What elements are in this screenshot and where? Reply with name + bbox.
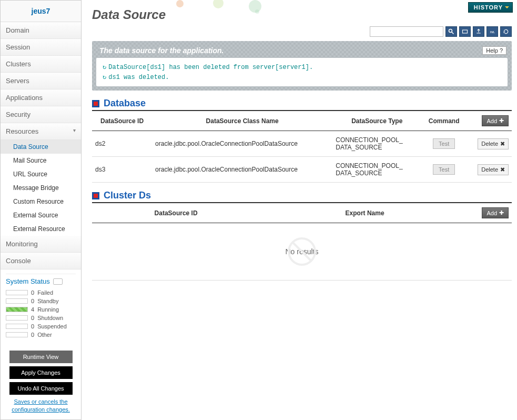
status-label: Failed — [37, 289, 53, 296]
cell-class: oracle.jdbc.pool.OracleConnectionPoolDat… — [152, 157, 332, 183]
delete-button[interactable]: Delete ✖ — [478, 164, 509, 175]
nav-monitoring[interactable]: Monitoring — [1, 236, 81, 253]
status-count: 0 — [31, 298, 34, 304]
notice-header: The data source for the application. — [96, 45, 508, 58]
cell-class: oracle.jdbc.pool.OracleConnectionPoolDat… — [152, 131, 332, 157]
table-row: ds3oracle.jdbc.pool.OracleConnectionPool… — [92, 157, 512, 183]
section-clusterds: Cluster Ds — [92, 190, 512, 201]
history-button[interactable]: HISTORY — [468, 2, 513, 13]
folder-icon[interactable] — [459, 26, 471, 37]
notice-line: DataSource[ds1] has been deleted from se… — [108, 64, 313, 71]
nav-session[interactable]: Session — [1, 39, 81, 56]
status-row: 0Suspended — [6, 322, 76, 331]
apply-changes-button[interactable]: Apply Changes — [9, 366, 73, 379]
add-datasource-button[interactable]: Add✚ — [482, 115, 509, 126]
th-cds-id: DataSource ID — [92, 203, 260, 223]
status-row: 0Standby — [6, 297, 76, 305]
status-label: Suspended — [37, 323, 67, 329]
refresh-icon[interactable] — [500, 26, 512, 37]
section-clusterds-label: Cluster Ds — [104, 190, 151, 201]
status-row: 0Shutdown — [6, 314, 76, 322]
subnav-url-source[interactable]: URL Source — [1, 167, 81, 181]
th-cds-actions: Add✚ — [470, 203, 512, 223]
nav-clusters[interactable]: Clusters — [1, 56, 81, 73]
status-label: Running — [37, 306, 59, 313]
cell-type: CONNECTION_POOL_DATA_SOURCE — [332, 157, 421, 183]
cell-action: Delete ✖ — [467, 157, 512, 183]
brand-label[interactable]: jeus7 — [1, 1, 81, 22]
no-results: No results — [95, 228, 509, 275]
add-label: Add — [486, 118, 497, 124]
nav-domain[interactable]: Domain — [1, 22, 81, 39]
th-datasource-id: DataSource ID — [92, 111, 152, 131]
plus-icon: ✚ — [499, 117, 504, 124]
save-hint-link[interactable]: Saves or cancels the configuration chang… — [6, 398, 76, 414]
nav-applications[interactable]: Applications — [1, 89, 81, 106]
delete-button[interactable]: Delete ✖ — [478, 138, 509, 149]
status-label: Standby — [37, 298, 58, 304]
search-input[interactable] — [370, 26, 443, 37]
status-bar — [6, 315, 28, 321]
delete-icon: ✖ — [500, 141, 505, 147]
status-row: 0Failed — [6, 288, 76, 297]
cell-id[interactable]: ds3 — [92, 157, 152, 183]
search-icon[interactable] — [445, 26, 457, 37]
cell-type: CONNECTION_POOL_DATA_SOURCE — [332, 131, 421, 157]
notice-panel: Help ? The data source for the applicati… — [92, 41, 512, 91]
svg-line-1 — [452, 32, 454, 34]
nav-console[interactable]: Console — [1, 253, 81, 269]
refresh-icon-inline: ↻ — [103, 73, 106, 81]
plus-icon: ✚ — [499, 209, 504, 216]
status-count: 0 — [31, 315, 34, 321]
page-title: Data Source — [92, 0, 512, 24]
svg-rect-2 — [463, 30, 468, 33]
export-icon[interactable] — [473, 26, 484, 37]
svg-text:XML: XML — [490, 31, 495, 34]
subnav-custom-resource[interactable]: Custom Resource — [1, 195, 81, 208]
resources-subnav: Data Source Mail Source URL Source Messa… — [1, 140, 81, 236]
section-database: Database — [92, 98, 512, 109]
database-table: DataSource ID DataSource Class Name Data… — [92, 110, 512, 183]
system-status-title: System Status — [6, 274, 76, 288]
status-label: Other — [37, 332, 52, 338]
runtime-view-button[interactable]: Runtime View — [9, 351, 73, 363]
undo-all-button[interactable]: Undo All Changes — [9, 382, 73, 395]
subnav-message-bridge[interactable]: Message Bridge — [1, 181, 81, 195]
nav-security[interactable]: Security — [1, 106, 81, 123]
th-cds-export: Export Name — [260, 203, 470, 223]
status-bar — [6, 332, 28, 337]
nav-resources[interactable]: Resources▾ — [1, 123, 81, 140]
notice-line: ds1 was deleted. — [108, 74, 169, 81]
nav-resources-label: Resources — [6, 127, 38, 135]
subnav-external-source[interactable]: External Source — [1, 208, 81, 222]
status-row: 4Running — [6, 305, 76, 314]
status-count: 0 — [31, 332, 34, 338]
section-database-label: Database — [104, 98, 146, 109]
status-row: 0Other — [6, 331, 76, 339]
subnav-data-source[interactable]: Data Source — [1, 140, 81, 154]
status-bar — [6, 298, 28, 304]
test-button[interactable]: Test — [433, 138, 455, 149]
clusterds-table: DataSource ID Export Name Add✚ No result… — [92, 202, 512, 281]
system-status-label: System Status — [6, 277, 50, 285]
cell-command: Test — [421, 157, 467, 183]
section-icon — [92, 100, 99, 107]
status-bar — [6, 307, 28, 312]
cell-id[interactable]: ds2 — [92, 131, 152, 157]
status-bar — [6, 290, 28, 295]
nav-servers[interactable]: Servers — [1, 73, 81, 89]
xml-export-icon[interactable]: XML — [486, 26, 498, 37]
test-button[interactable]: Test — [433, 164, 455, 175]
help-button[interactable]: Help ? — [482, 46, 506, 55]
table-row: ds2oracle.jdbc.pool.OracleConnectionPool… — [92, 131, 512, 157]
th-command: Command — [421, 111, 467, 131]
add-clusterds-button[interactable]: Add✚ — [482, 207, 509, 218]
cell-action: Delete ✖ — [467, 131, 512, 157]
refresh-icon-inline: ↻ — [103, 63, 106, 71]
gauge-icon — [53, 278, 63, 285]
subnav-mail-source[interactable]: Mail Source — [1, 154, 81, 167]
svg-point-0 — [449, 29, 452, 33]
section-icon — [92, 192, 99, 199]
th-class-name: DataSource Class Name — [152, 111, 332, 131]
subnav-external-resource[interactable]: External Resource — [1, 222, 81, 236]
